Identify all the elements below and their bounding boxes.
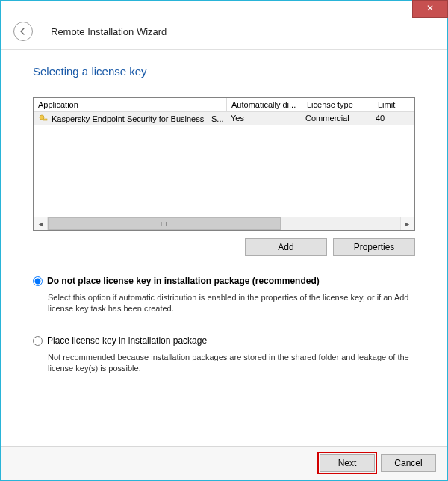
step-title: Selecting a license key xyxy=(33,65,415,78)
cancel-button[interactable]: Cancel xyxy=(381,454,436,472)
col-header-auto[interactable]: Automatically di... xyxy=(227,98,302,111)
option-place-block: Place license key in installation packag… xyxy=(33,335,415,374)
scroll-left-arrow-icon[interactable]: ◄ xyxy=(34,217,48,230)
cell-auto: Yes xyxy=(226,112,301,125)
back-button[interactable] xyxy=(13,22,33,41)
header-row: Remote Installation Wizard xyxy=(1,21,447,48)
listview-body: Kaspersky Endpoint Security for Business… xyxy=(34,112,414,217)
option-place[interactable]: Place license key in installation packag… xyxy=(33,335,415,346)
listview-button-row: Add Properties xyxy=(33,238,415,256)
cell-application: Kaspersky Endpoint Security for Business… xyxy=(52,114,224,123)
option-place-desc: Not recommended because installation pac… xyxy=(48,352,415,374)
scroll-right-arrow-icon[interactable]: ► xyxy=(400,217,414,230)
col-header-application[interactable]: Application xyxy=(34,98,227,111)
radio-dont-place[interactable] xyxy=(33,276,43,286)
listview-header: Application Automatically di... License … xyxy=(34,98,414,112)
option-dont-place-label: Do not place license key in installation… xyxy=(47,276,320,286)
cell-limit: 40 xyxy=(371,112,414,125)
option-place-label: Place license key in installation packag… xyxy=(47,335,207,346)
col-header-limit[interactable]: Limit xyxy=(373,98,414,111)
svg-rect-1 xyxy=(43,119,47,120)
close-button[interactable]: ✕ xyxy=(412,0,448,18)
cell-license-type: Commercial xyxy=(301,112,371,125)
option-dont-place-desc: Select this option if automatic distribu… xyxy=(48,292,415,314)
wizard-window: ✕ Remote Installation Wizard Selecting a… xyxy=(0,0,448,481)
arrow-left-icon xyxy=(19,27,28,36)
close-icon: ✕ xyxy=(426,3,434,13)
table-row[interactable]: Kaspersky Endpoint Security for Business… xyxy=(34,112,414,125)
titlebar: ✕ xyxy=(1,1,447,21)
radio-place[interactable] xyxy=(33,336,43,346)
next-button[interactable]: Next xyxy=(320,454,375,472)
col-header-license-type[interactable]: License type xyxy=(302,98,373,111)
scroll-thumb[interactable]: III xyxy=(48,217,281,230)
window-title: Remote Installation Wizard xyxy=(51,26,167,37)
scroll-track[interactable]: III xyxy=(48,217,400,230)
footer: Next Cancel xyxy=(1,446,447,480)
add-button[interactable]: Add xyxy=(245,238,327,256)
content-area: Selecting a license key Application Auto… xyxy=(1,50,447,446)
option-dont-place-block: Do not place license key in installation… xyxy=(33,276,415,314)
license-listview[interactable]: Application Automatically di... License … xyxy=(33,97,415,231)
option-dont-place[interactable]: Do not place license key in installation… xyxy=(33,276,415,286)
key-icon xyxy=(38,114,49,124)
horizontal-scrollbar[interactable]: ◄ III ► xyxy=(34,217,414,230)
properties-button[interactable]: Properties xyxy=(333,238,415,256)
